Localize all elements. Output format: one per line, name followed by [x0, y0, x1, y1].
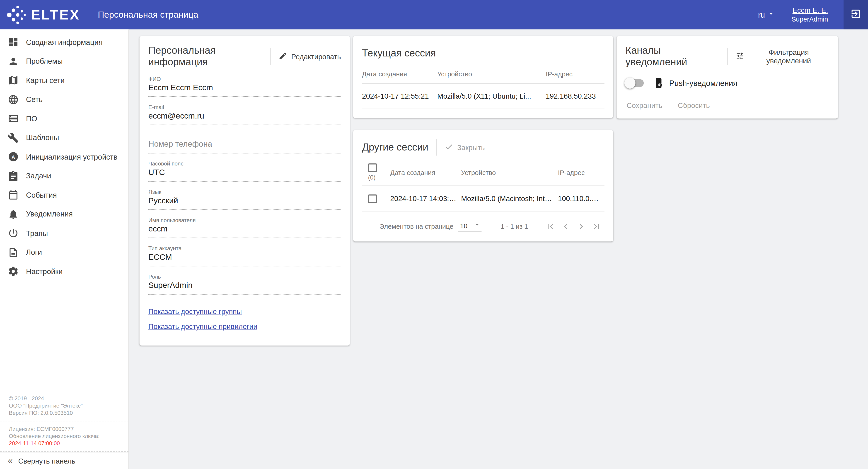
eltex-logo[interactable]: ELTEX: [5, 4, 80, 25]
bell-icon: [8, 209, 19, 219]
show-groups-link[interactable]: Показать доступные группы: [148, 308, 242, 315]
gear-icon: [8, 266, 19, 277]
sidebar-item-templates[interactable]: Шаблоны: [0, 128, 128, 147]
table-row: 2024-10-17 12:55:21 Mozilla/5.0 (X11; Ub…: [362, 84, 604, 109]
show-privileges-link[interactable]: Показать доступные привилегии: [148, 323, 257, 330]
session-device: Mozilla/5.0 (X11; Ubuntu; Li...: [437, 92, 546, 100]
company-text: ООО "Предприятие "Элтекс": [9, 402, 120, 409]
map-icon: [8, 75, 19, 86]
sidebar-item-settings[interactable]: Настройки: [0, 262, 128, 281]
row-checkbox[interactable]: [368, 194, 377, 203]
sidebar-footer: © 2019 - 2024 ООО "Предприятие "Элтекс" …: [0, 391, 128, 452]
sidebar-item-network-maps[interactable]: Карты сети: [0, 71, 128, 90]
chevron-down-icon: [474, 222, 480, 230]
last-page-button[interactable]: [589, 220, 604, 233]
next-page-button[interactable]: [574, 220, 589, 233]
personal-info-card: Персональная информация Редактировать ФИ…: [140, 36, 350, 346]
push-notification-icon: [653, 77, 664, 89]
column-header: Устройство: [437, 65, 546, 83]
clipboard-icon: [8, 171, 19, 182]
person-alert-icon: [8, 56, 19, 67]
sessions-column: Текущая сессия Дата создания Устройство …: [353, 36, 613, 241]
pagination: Элементов на странице 10 1 - 1 из 1: [362, 211, 604, 233]
field-timezone: Часовой пояс UTC: [148, 160, 341, 182]
divider: [436, 139, 437, 155]
other-sessions-table: (0) Дата создания Устройство IP-адрес 20…: [362, 159, 604, 211]
collapse-panel-button[interactable]: « Свернуть панель: [0, 452, 128, 469]
column-header: IP-адрес: [546, 65, 604, 83]
license-text: Лицензия: ECMF0000777: [9, 425, 120, 433]
last-page-icon: [592, 222, 602, 231]
brand-text: ELTEX: [31, 6, 80, 23]
edit-button[interactable]: Редактировать: [278, 51, 341, 62]
sidebar-item-logs[interactable]: Логи: [0, 243, 128, 262]
pencil-icon: [278, 51, 287, 62]
sidebar-menu: Сводная информация Проблемы Карты сети С…: [0, 29, 128, 281]
field-phone: Номер телефона: [148, 133, 341, 153]
sidebar-item-software[interactable]: ПО: [0, 109, 128, 128]
reset-button[interactable]: Сбросить: [678, 101, 710, 110]
sidebar-item-network[interactable]: Сеть: [0, 90, 128, 109]
session-date: 2024-10-17 12:55:21: [362, 92, 437, 100]
log-file-icon: [8, 247, 19, 258]
sidebar-item-summary[interactable]: Сводная информация: [0, 33, 128, 52]
wrench-icon: [8, 132, 19, 143]
license-update-label: Обновление лицензионного ключа:: [9, 433, 120, 440]
sidebar-item-tasks[interactable]: Задачи: [0, 166, 128, 185]
save-button[interactable]: Сохранить: [626, 101, 662, 110]
page-range: 1 - 1 из 1: [501, 223, 528, 230]
top-header: ELTEX Персональная страница ru Eccm E. E…: [0, 0, 868, 29]
personal-info-title: Персональная информация: [148, 45, 262, 68]
table-row: 2024-10-17 14:03:29 Mozilla/5.0 (Macinto…: [362, 186, 604, 211]
globe-icon: [8, 94, 19, 105]
sidebar: Сводная информация Проблемы Карты сети С…: [0, 29, 129, 469]
field-username: Имя пользователя eccm: [148, 217, 341, 238]
current-session-table: Дата создания Устройство IP-адрес 2024-1…: [362, 65, 604, 109]
user-menu[interactable]: Eccm E. E. SuperAdmin: [792, 6, 828, 23]
sidebar-item-notifications[interactable]: Уведомления: [0, 205, 128, 224]
current-session-card: Текущая сессия Дата создания Устройство …: [353, 36, 613, 118]
prev-page-icon: [561, 222, 571, 231]
selected-count: (0): [368, 174, 376, 180]
session-device: Mozilla/5.0 (Macintosh; Inte...: [461, 194, 558, 203]
items-per-page-select[interactable]: 10: [458, 222, 482, 231]
other-sessions-card: Другие сессии Закрыть (0): [353, 130, 613, 241]
first-page-button[interactable]: [542, 220, 558, 233]
sidebar-item-problems[interactable]: Проблемы: [0, 52, 128, 71]
field-role: Роль SuperAdmin: [148, 273, 341, 295]
storage-icon: [8, 113, 19, 124]
sidebar-item-device-init[interactable]: A Инициализация устройств: [0, 147, 128, 166]
other-sessions-title: Другие сессии: [362, 142, 429, 153]
push-label: Push-уведомления: [669, 79, 737, 88]
auto-init-icon: A: [8, 151, 19, 163]
sidebar-item-traps[interactable]: Трапы: [0, 224, 128, 243]
column-header: Дата создания: [362, 65, 437, 83]
first-page-icon: [545, 222, 555, 231]
user-role: SuperAdmin: [792, 16, 828, 23]
prev-page-button[interactable]: [558, 220, 574, 233]
sidebar-item-events[interactable]: События: [0, 185, 128, 204]
chevron-down-icon: [767, 10, 775, 20]
language-selector[interactable]: ru: [758, 10, 775, 20]
push-toggle[interactable]: [626, 79, 644, 87]
notification-channels-title: Каналы уведомлений: [626, 45, 720, 68]
logout-button[interactable]: [843, 0, 868, 29]
notification-filter-button[interactable]: Фильтрация уведомлений: [736, 48, 829, 65]
filter-tune-icon: [736, 51, 744, 62]
divider: [270, 48, 271, 65]
notification-channels-card: Каналы уведомлений Фильтрация уведомлени…: [617, 36, 838, 119]
copyright-text: © 2019 - 2024: [9, 395, 120, 402]
items-per-page-label: Элементов на странице: [379, 223, 453, 230]
power-icon: [8, 228, 19, 239]
close-sessions-button[interactable]: Закрыть: [444, 142, 485, 152]
field-email: E-mail eccm@eccm.ru: [148, 104, 341, 125]
app: ELTEX Персональная страница ru Eccm E. E…: [0, 0, 868, 469]
select-all-checkbox[interactable]: [368, 164, 377, 172]
user-name: Eccm E. E.: [792, 6, 828, 14]
logout-icon: [850, 8, 861, 21]
field-fio: ФИО Eccm Eccm Eccm: [148, 76, 341, 97]
current-session-title: Текущая сессия: [362, 48, 436, 59]
column-header: Дата создания: [390, 164, 461, 182]
main-content: Персональная информация Редактировать ФИ…: [129, 29, 868, 469]
session-date: 2024-10-17 14:03:29: [390, 194, 461, 203]
